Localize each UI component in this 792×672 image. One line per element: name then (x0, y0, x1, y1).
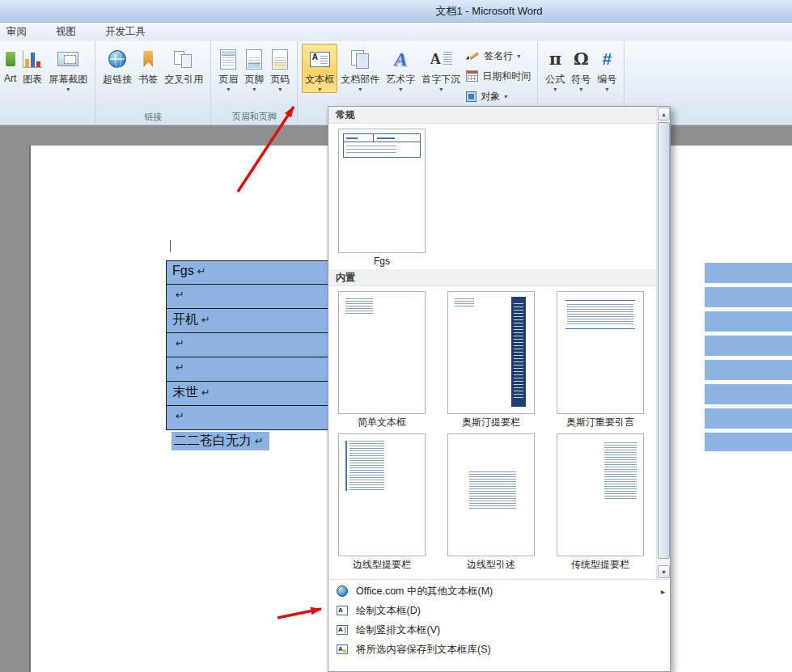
quick-parts-button[interactable]: 文档部件 ▾ (337, 44, 383, 92)
equation-button[interactable]: π 公式 ▾ (542, 44, 568, 92)
gallery-item-simple-text-box[interactable] (338, 291, 426, 414)
signature-line-label: 签名行 (484, 49, 513, 63)
menu-item-save-selection-to-gallery[interactable]: A 将所选内容保存到文本框库(S) (328, 640, 670, 659)
menu-item-officecom-textboxes[interactable]: Office.com 中的其他文本框(M) ▸ (328, 581, 670, 601)
header-label: 页眉 (218, 73, 238, 87)
gallery-item-edge-sidebar[interactable] (338, 433, 426, 556)
footer-button[interactable]: 页脚 ▾ (241, 44, 267, 92)
scroll-up-button[interactable]: ▲ (658, 108, 670, 120)
chevron-down-icon: ▾ (553, 87, 557, 92)
table-row[interactable]: ↵ (166, 333, 328, 357)
quick-parts-icon (351, 50, 370, 68)
smartart-label: Art (4, 73, 16, 84)
cross-reference-icon (174, 51, 193, 67)
gallery-item-traditional-sidebar[interactable] (557, 433, 644, 556)
drop-cap-button[interactable]: A 首字下沉 ▾ (418, 44, 464, 92)
chart-label: 图表 (23, 73, 42, 87)
paragraph-mark: ↵ (176, 410, 184, 422)
chevron-down-icon: ▾ (399, 87, 402, 92)
cross-reference-button[interactable]: 交叉引用 (161, 44, 206, 87)
hyperlink-button[interactable]: 超链接 (100, 44, 135, 87)
cross-reference-label: 交叉引用 (164, 73, 203, 87)
table-row-highlight-right (705, 263, 792, 283)
table-row-highlight-right (705, 287, 792, 307)
screenshot-label: 屏幕截图 (49, 73, 87, 87)
table-cell-text: Fgs (172, 264, 194, 277)
screenshot-button[interactable]: 屏幕截图 ▾ (45, 44, 91, 92)
scroll-down-button[interactable]: ▼ (658, 565, 670, 578)
menu-item-label: 将所选内容保存到文本框库(S) (356, 643, 665, 657)
number-sign-icon: # (603, 50, 612, 68)
paragraph-mark: ↵ (197, 265, 206, 277)
equation-pi-icon: π (549, 50, 561, 68)
bookmark-label: 书签 (138, 73, 158, 87)
paragraph-mark: ↵ (255, 435, 264, 447)
window-title: 文档1 - Microsoft Word (436, 5, 543, 17)
tab-review[interactable]: 审阅 (3, 23, 30, 40)
document-table: Fgs↵ ↵ 开机↵ ↵ ↵ 末世↵ ↵ (166, 260, 328, 430)
page-number-button[interactable]: 页码 ▾ (267, 44, 293, 92)
bookmark-icon (143, 51, 153, 67)
text-box-button[interactable]: A 文本框 ▾ (302, 44, 337, 93)
chart-button[interactable]: 图表 (19, 44, 45, 87)
tab-view[interactable]: 视图 (53, 23, 79, 40)
ribbon-tab-bar: 审阅 视图 开发工具 (0, 23, 792, 41)
text-group-small-buttons: 签名行 ▾ 日期和时间 对象 ▾ (464, 44, 533, 105)
selected-paragraph-text: 二二苍白无力 (174, 433, 252, 447)
table-cell-text: 开机 (172, 312, 198, 326)
object-button[interactable]: 对象 ▾ (464, 87, 533, 105)
text-box-icon: A (310, 52, 330, 67)
gallery-scrollbar[interactable]: ▲ ▼ (656, 107, 670, 579)
chevron-down-icon: ▾ (579, 87, 582, 92)
traditional-sidebar-preview (604, 442, 637, 499)
menu-item-label: Office.com 中的其他文本框(M) (356, 585, 654, 598)
selected-paragraph[interactable]: 二二苍白无力↵ (172, 432, 269, 450)
paragraph-mark: ↵ (201, 387, 210, 399)
tab-developer[interactable]: 开发工具 (102, 23, 149, 40)
number-button[interactable]: # 编号 ▾ (594, 44, 620, 92)
gallery-item-fgs[interactable] (338, 129, 426, 253)
gallery-item-austin-sidebar[interactable] (447, 291, 535, 414)
table-cell-text: 末世 (172, 385, 198, 399)
menu-item-draw-vertical-text-box[interactable]: A 绘制竖排文本框(V) (328, 620, 670, 640)
gallery-item-label: 奥斯汀重要引言 (557, 416, 644, 429)
table-row[interactable]: ↵ (166, 406, 328, 430)
table-row[interactable]: 末世↵ (166, 382, 328, 406)
table-row[interactable]: 开机↵ (166, 309, 328, 333)
title-bar: 文档1 - Microsoft Word (0, 0, 792, 23)
menu-item-draw-text-box[interactable]: A 绘制文本框(D) (328, 601, 670, 620)
gallery-item-label: Fgs (338, 256, 426, 267)
gallery-item-edge-quote[interactable] (447, 433, 535, 556)
header-icon (220, 49, 236, 70)
word-art-button[interactable]: A 艺术字 ▾ (383, 44, 418, 92)
table-row[interactable]: ↵ (166, 357, 328, 382)
scrollbar-thumb[interactable] (658, 122, 670, 559)
gallery-section-header-general: 常规 (328, 107, 656, 124)
table-row[interactable]: ↵ (166, 285, 328, 309)
gallery-item-label: 简单文本框 (338, 416, 426, 429)
officecom-globe-icon (336, 585, 349, 598)
date-time-button[interactable]: 日期和时间 (464, 67, 533, 85)
gallery-item-label: 边线型提要栏 (338, 558, 426, 572)
quick-parts-label: 文档部件 (341, 73, 379, 87)
symbol-button[interactable]: Ω 符号 ▾ (568, 44, 594, 92)
table-row-highlight-right (705, 360, 792, 380)
drop-cap-icon: A (430, 52, 452, 66)
screenshot-icon (57, 52, 78, 66)
drop-cap-label: 首字下沉 (421, 73, 460, 87)
equation-label: 公式 (545, 73, 565, 87)
signature-line-button[interactable]: 签名行 ▾ (464, 47, 533, 65)
scroll-up-icon: ▲ (661, 112, 667, 117)
paragraph-mark: ↵ (201, 314, 210, 326)
text-box-label: 文本框 (305, 73, 334, 87)
links-group-label: 链接 (95, 111, 210, 123)
fgs-preview-table (343, 133, 421, 158)
draw-text-box-icon: A (336, 604, 349, 617)
footer-label: 页脚 (244, 73, 264, 87)
smartart-button[interactable]: Art (4, 44, 19, 84)
gallery-item-austin-quote[interactable] (557, 291, 644, 414)
header-button[interactable]: 页眉 ▾ (215, 44, 241, 92)
bookmark-button[interactable]: 书签 (135, 44, 161, 87)
table-row[interactable]: Fgs↵ (166, 260, 328, 285)
gallery-item-label: 边线型引述 (447, 558, 535, 572)
